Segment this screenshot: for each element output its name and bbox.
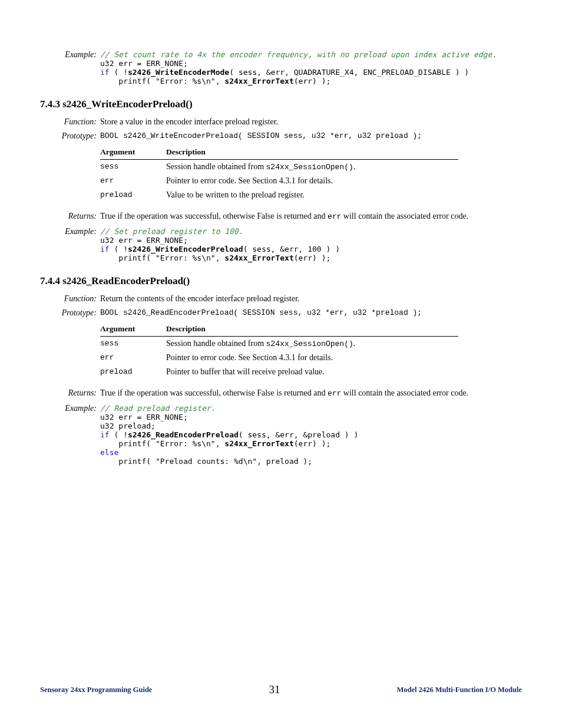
example-block: Example: // Set count rate to 4x the enc… (40, 50, 522, 85)
arguments-row: Argument Description sess Session handle… (40, 141, 522, 208)
code-text: (err) ); (294, 253, 331, 262)
footer-left: Sensoray 24xx Programming Guide (40, 686, 152, 694)
code-text: printf( "Error: %s\n", (100, 253, 224, 262)
code-text: ( ! (110, 68, 128, 77)
prototype-code: BOOL s2426_ReadEncoderPreload( SESSION s… (100, 308, 522, 317)
prototype-label: Prototype: (40, 131, 100, 141)
returns-text: True if the operation was successful, ot… (100, 388, 522, 398)
table-header-argument: Argument (100, 322, 166, 337)
function-label: Function: (40, 294, 100, 304)
code-keyword: if (100, 430, 110, 439)
example-block: Example: // Read preload register. u32 e… (40, 404, 522, 466)
page-number: 31 (269, 683, 280, 696)
table-header-description: Description (166, 145, 458, 160)
code-function: s24xx_ErrorText (224, 77, 293, 85)
inline-code: err (328, 389, 341, 398)
prototype-code: BOOL s2426_WriteEncoderPreload( SESSION … (100, 131, 522, 140)
example-block: Example: // Set preload register to 100.… (40, 227, 522, 262)
table-header-argument: Argument (100, 145, 166, 160)
arguments-row: Argument Description sess Session handle… (40, 318, 522, 385)
table-row: preload Value to be written to the prelo… (100, 188, 458, 202)
inline-code: s24xx_SessionOpen() (266, 163, 353, 172)
arg-name: err (100, 174, 166, 188)
code-function: s2426_ReadEncoderPreload (128, 430, 239, 439)
arg-desc: Session handle obtained from s24xx_Sessi… (166, 160, 458, 174)
arg-desc: Pointer to buffer that will receive prel… (166, 365, 458, 379)
prototype-label: Prototype: (40, 308, 100, 318)
prototype-row: Prototype: BOOL s2426_ReadEncoderPreload… (40, 308, 522, 318)
arg-name: preload (100, 365, 166, 379)
code-function: s2426_WriteEncoderPreload (128, 245, 243, 253)
arguments-table: Argument Description sess Session handle… (100, 322, 458, 379)
code-block: // Set count rate to 4x the encoder freq… (100, 50, 522, 85)
code-keyword: if (100, 68, 110, 77)
code-keyword: else (100, 448, 118, 457)
table-row: err Pointer to error code. See Section 4… (100, 174, 458, 188)
table-row: sess Session handle obtained from s24xx_… (100, 160, 458, 174)
arguments-table: Argument Description sess Session handle… (100, 145, 458, 202)
code-function: s24xx_ErrorText (224, 439, 293, 448)
code-function: s24xx_ErrorText (224, 253, 293, 262)
arg-name: sess (100, 337, 166, 351)
code-function: s2426_WriteEncoderMode (128, 68, 229, 77)
code-text: ( ! (110, 245, 128, 253)
code-text: (err) ); (294, 439, 331, 448)
code-comment: // Set count rate to 4x the encoder freq… (100, 50, 497, 59)
function-description: Return the contents of the encoder inter… (100, 294, 522, 304)
code-text: (err) ); (294, 77, 331, 85)
code-text: printf( "Error: %s\n", (100, 439, 224, 448)
page-footer: Sensoray 24xx Programming Guide 31 Model… (40, 683, 522, 696)
returns-label: Returns: (40, 212, 100, 221)
arg-desc: Session handle obtained from s24xx_Sessi… (166, 337, 458, 351)
code-block: // Set preload register to 100. u32 err … (100, 227, 522, 262)
code-text: ( sess, &err, 100 ) ) (243, 245, 340, 253)
arg-name: preload (100, 188, 166, 202)
code-text: ( sess, &err, &preload ) ) (239, 430, 359, 439)
code-line: u32 err = ERR_NONE; (100, 59, 188, 68)
footer-right: Model 2426 Multi-Function I/O Module (397, 686, 523, 694)
code-text: ( ! (110, 430, 128, 439)
inline-code: err (328, 212, 341, 221)
arg-desc: Pointer to error code. See Section 4.3.1… (166, 351, 458, 365)
code-line: u32 preload; (100, 421, 156, 430)
table-row: preload Pointer to buffer that will rece… (100, 365, 458, 379)
code-text: ( sess, &err, QUADRATURE_X4, ENC_PRELOAD… (229, 68, 469, 77)
document-page: Example: // Set count rate to 4x the enc… (0, 0, 562, 728)
table-row: sess Session handle obtained from s24xx_… (100, 337, 458, 351)
example-label: Example: (40, 404, 100, 413)
code-comment: // Read preload register. (100, 404, 216, 413)
inline-code: s24xx_SessionOpen() (266, 340, 353, 348)
returns-row: Returns: True if the operation was succe… (40, 212, 522, 221)
arg-name: err (100, 351, 166, 365)
returns-text: True if the operation was successful, ot… (100, 212, 522, 221)
code-line: u32 err = ERR_NONE; (100, 236, 188, 245)
arg-desc: Value to be written to the preload regis… (166, 188, 458, 202)
function-description: Store a value in the encoder interface p… (100, 117, 522, 127)
code-line: u32 err = ERR_NONE; (100, 413, 188, 421)
example-label: Example: (40, 227, 100, 236)
arg-desc: Pointer to error code. See Section 4.3.1… (166, 174, 458, 188)
function-row: Function: Return the contents of the enc… (40, 294, 522, 304)
section-heading: 7.4.4 s2426_ReadEncoderPreload() (40, 275, 522, 287)
example-label: Example: (40, 50, 100, 60)
function-row: Function: Store a value in the encoder i… (40, 117, 522, 127)
code-keyword: if (100, 245, 110, 253)
returns-row: Returns: True if the operation was succe… (40, 388, 522, 398)
returns-label: Returns: (40, 388, 100, 398)
code-line: printf( "Preload counts: %d\n", preload … (100, 457, 312, 466)
table-row: err Pointer to error code. See Section 4… (100, 351, 458, 365)
prototype-row: Prototype: BOOL s2426_WriteEncoderPreloa… (40, 131, 522, 141)
code-text: printf( "Error: %s\n", (100, 77, 224, 85)
code-block: // Read preload register. u32 err = ERR_… (100, 404, 522, 466)
code-comment: // Set preload register to 100. (100, 227, 243, 236)
table-header-description: Description (166, 322, 458, 337)
function-label: Function: (40, 117, 100, 127)
arg-name: sess (100, 160, 166, 174)
section-heading: 7.4.3 s2426_WriteEncoderPreload() (40, 98, 522, 110)
